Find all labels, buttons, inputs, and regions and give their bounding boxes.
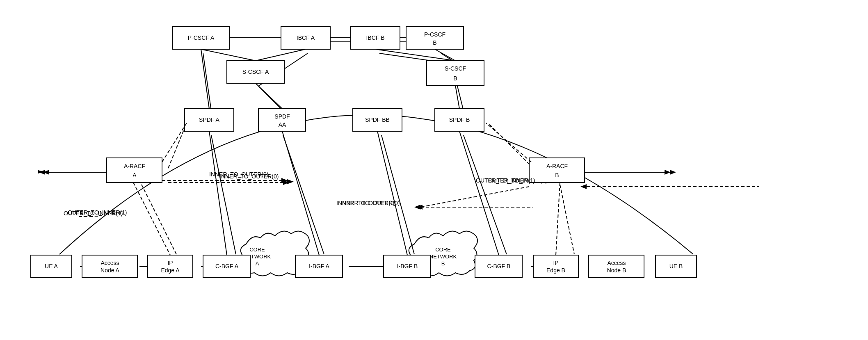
s-cscf-a-label: S-CSCF A [242, 68, 269, 75]
a-racf-a-label-1: A-RACF [124, 163, 145, 169]
a-racf-b-label-1: A-RACF [546, 163, 568, 169]
inner-to-outer-0-right-text: INNER_TO_OUTER(0) [336, 200, 395, 206]
a-racf-b-label-2: B [555, 172, 559, 178]
ip-edge-b-label-2: Edge B [546, 267, 565, 274]
ue-b-label: UE B [669, 263, 683, 269]
a-racf-a-label-2: A [132, 172, 137, 178]
spdf-bb-label: SPDF BB [365, 116, 390, 123]
c-bgf-a-label: C-BGF A [215, 263, 239, 269]
a-racf-b-box [529, 158, 585, 183]
s-cscf-b-label-2: B [453, 75, 457, 82]
ibcf-b-label: IBCF B [366, 34, 384, 41]
spdf-aa-label-2: AA [279, 121, 286, 128]
access-node-a-label-2: Node A [101, 267, 120, 274]
core-network-a-label: CORE [249, 246, 265, 253]
ip-edge-a-label-2: Edge A [161, 267, 180, 274]
access-node-b-label-1: Access [607, 260, 626, 266]
svg-text:NETWORK: NETWORK [429, 253, 457, 260]
c-bgf-b-label: C-BGF B [487, 263, 511, 269]
svg-text:A: A [256, 260, 259, 267]
s-cscf-b-box [427, 61, 484, 85]
inner-to-outer-0-left-text: INNER_TO_OUTER(0) [209, 171, 268, 178]
ip-edge-b-box [533, 255, 578, 278]
spdf-aa-label-1: SPDF [274, 113, 290, 120]
p-cscf-b-label-1: P-CSCF [424, 31, 445, 38]
ip-edge-b-label-1: IP [553, 260, 558, 266]
spdf-b-label: SPDF B [449, 116, 470, 123]
ip-edge-a-box [148, 255, 193, 278]
ip-edge-a-label-1: IP [167, 260, 173, 266]
p-cscf-a-label: P-CSCF A [188, 34, 215, 41]
core-network-b-label: CORE [435, 246, 451, 253]
i-bgf-b-label: I-BGF B [397, 263, 418, 269]
access-node-b-box [589, 255, 644, 278]
outer-to-inner-1-left-text: OUTER_TO_INNER(1) [64, 210, 123, 217]
spdf-a-label: SPDF A [199, 116, 219, 123]
svg-text:B: B [441, 260, 445, 267]
diagram-container: INNER_TO_OUTER(0) OUTER_TO_INNER(1) INNE… [0, 0, 868, 340]
p-cscf-b-label-2: B [433, 39, 436, 46]
outer-to-inner-1-right-text: OUTER_TO_INNER(1) [476, 177, 535, 184]
a-racf-a-box [107, 158, 162, 183]
access-node-b-label-2: Node B [607, 267, 626, 274]
access-node-a-label-1: Access [101, 260, 119, 266]
i-bgf-a-label: I-BGF A [309, 263, 329, 269]
ibcf-a-label: IBCF A [297, 34, 315, 41]
access-node-a-box [82, 255, 137, 278]
network-diagram: INNER_TO_OUTER(0) OUTER_TO_INNER(1) INNE… [0, 0, 868, 340]
ue-a-label: UE A [45, 263, 58, 269]
s-cscf-b-label-1: S-CSCF [445, 65, 466, 72]
